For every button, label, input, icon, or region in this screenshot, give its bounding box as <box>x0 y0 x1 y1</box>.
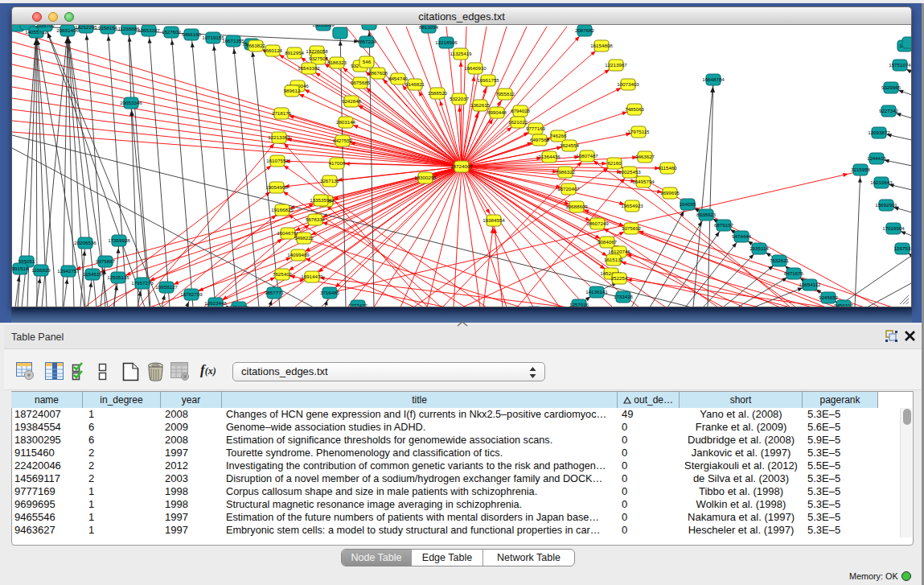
svg-text:18724007: 18724007 <box>450 163 473 169</box>
svg-text:3267130: 3267130 <box>320 178 340 183</box>
svg-text:1244415: 1244415 <box>867 155 887 161</box>
svg-text:8471676: 8471676 <box>784 270 804 276</box>
svg-text:1075692: 1075692 <box>622 225 642 231</box>
svg-text:1588520: 1588520 <box>428 90 448 96</box>
svg-text:8454749: 8454749 <box>388 76 409 81</box>
svg-text:17359928: 17359928 <box>108 237 130 243</box>
svg-text:9450312: 9450312 <box>834 303 854 308</box>
svg-text:14099489: 14099489 <box>287 252 310 257</box>
svg-text:417006: 417006 <box>329 160 346 166</box>
svg-text:12213369: 12213369 <box>268 134 290 140</box>
svg-text:15692901: 15692901 <box>875 202 897 208</box>
svg-text:19384554: 19384554 <box>483 217 505 223</box>
svg-text:546: 546 <box>363 59 372 64</box>
svg-text:16107552: 16107552 <box>266 158 289 163</box>
svg-text:13353594: 13353594 <box>310 197 332 203</box>
svg-text:3624554: 3624554 <box>560 142 580 148</box>
svg-text:3215958: 3215958 <box>851 167 871 172</box>
svg-text:9158154: 9158154 <box>98 25 118 31</box>
svg-text:1733426: 1733426 <box>614 294 634 299</box>
svg-text:15720407: 15720407 <box>557 186 580 192</box>
svg-text:6879197: 6879197 <box>714 222 734 228</box>
svg-text:7632621: 7632621 <box>770 257 790 263</box>
svg-text:8938923: 8938923 <box>696 212 717 217</box>
svg-text:9777169: 9777169 <box>526 126 546 131</box>
svg-text:14252295: 14252295 <box>75 25 97 30</box>
svg-text:8427552: 8427552 <box>333 138 353 143</box>
svg-text:164095: 164095 <box>680 201 696 207</box>
svg-text:10653287: 10653287 <box>138 27 160 33</box>
svg-text:8813054: 8813054 <box>419 25 439 30</box>
svg-text:2867608: 2867608 <box>368 70 388 76</box>
svg-text:991514: 991514 <box>12 266 29 271</box>
svg-text:5675685: 5675685 <box>351 80 371 85</box>
svg-text:126753: 126753 <box>894 245 911 251</box>
svg-text:1615132: 1615132 <box>604 257 624 262</box>
svg-text:15751074: 15751074 <box>889 62 911 68</box>
svg-text:12213967: 12213967 <box>605 62 627 68</box>
svg-text:16961755: 16961755 <box>477 77 499 83</box>
svg-text:10025453: 10025453 <box>618 169 641 175</box>
svg-text:1362615: 1362615 <box>470 102 491 108</box>
svg-text:2935114: 2935114 <box>749 245 769 251</box>
svg-text:7955812: 7955812 <box>495 91 515 97</box>
svg-text:989612: 989612 <box>284 88 301 93</box>
svg-text:9242848: 9242848 <box>342 98 362 104</box>
svg-text:14136141: 14136141 <box>585 289 608 295</box>
svg-text:8990448: 8990448 <box>487 109 507 115</box>
svg-text:16495794: 16495794 <box>632 179 655 184</box>
svg-text:9857771: 9857771 <box>265 290 285 295</box>
svg-text:9084067: 9084067 <box>598 239 618 245</box>
svg-text:7857224: 7857224 <box>357 39 377 44</box>
svg-text:10073403: 10073403 <box>617 81 639 87</box>
svg-text:19054908: 19054908 <box>265 184 288 190</box>
svg-text:9660124: 9660124 <box>263 47 283 53</box>
svg-text:2335702: 2335702 <box>35 25 55 28</box>
svg-text:62160: 62160 <box>607 160 622 166</box>
svg-text:9975867: 9975867 <box>96 258 116 264</box>
svg-text:10719155: 10719155 <box>202 35 224 40</box>
svg-text:20053346: 20053346 <box>120 100 142 105</box>
svg-text:1621022: 1621022 <box>508 119 528 125</box>
svg-text:6497568: 6497568 <box>530 137 550 142</box>
svg-text:2718176: 2718176 <box>272 110 292 116</box>
svg-text:2087682: 2087682 <box>575 27 595 33</box>
svg-text:5322037: 5322037 <box>450 96 470 101</box>
svg-text:7986322: 7986322 <box>556 169 576 175</box>
svg-text:8912954: 8912954 <box>285 50 305 56</box>
svg-text:21364436: 21364436 <box>538 154 561 159</box>
svg-text:16543382: 16543382 <box>298 65 320 71</box>
svg-text:17957273: 17957273 <box>131 280 154 286</box>
svg-text:9699695: 9699695 <box>660 190 680 196</box>
svg-text:9474444: 9474444 <box>732 233 752 239</box>
svg-text:9245652: 9245652 <box>819 295 839 300</box>
svg-text:2803144: 2803144 <box>336 119 356 125</box>
svg-text:16120746: 16120746 <box>608 249 630 254</box>
svg-text:746266: 746266 <box>550 133 567 138</box>
svg-text:20206536: 20206536 <box>74 240 97 245</box>
svg-text:1257016: 1257016 <box>569 302 589 307</box>
svg-text:9227342: 9227342 <box>879 108 899 113</box>
svg-text:252254: 252254 <box>611 275 628 281</box>
svg-text:18300295: 18300295 <box>414 175 437 180</box>
svg-text:9463627: 9463627 <box>635 154 655 159</box>
svg-text:1156829: 1156829 <box>31 267 51 273</box>
svg-text:10958127: 10958127 <box>155 284 178 290</box>
svg-text:19654923: 19654923 <box>621 203 643 208</box>
svg-text:12923448: 12923448 <box>204 300 227 306</box>
svg-text:1154519: 1154519 <box>83 271 102 277</box>
svg-text:19166825: 19166825 <box>271 207 294 212</box>
svg-text:10688609: 10688609 <box>565 204 588 209</box>
svg-text:6794028: 6794028 <box>511 108 531 113</box>
svg-text:10807487: 10807487 <box>576 153 598 159</box>
svg-text:16640910: 16640910 <box>464 65 487 71</box>
svg-text:16154808: 16154808 <box>590 43 613 48</box>
svg-text:7625402: 7625402 <box>273 271 293 277</box>
svg-text:6466160: 6466160 <box>182 31 202 37</box>
svg-text:5678334: 5678334 <box>306 216 326 222</box>
svg-text:9327505: 9327505 <box>309 56 329 61</box>
svg-text:9146821: 9146821 <box>405 81 425 87</box>
svg-text:2450122: 2450122 <box>229 304 249 308</box>
svg-text:12505135: 12505135 <box>107 274 129 280</box>
svg-text:11325419: 11325419 <box>450 51 472 56</box>
